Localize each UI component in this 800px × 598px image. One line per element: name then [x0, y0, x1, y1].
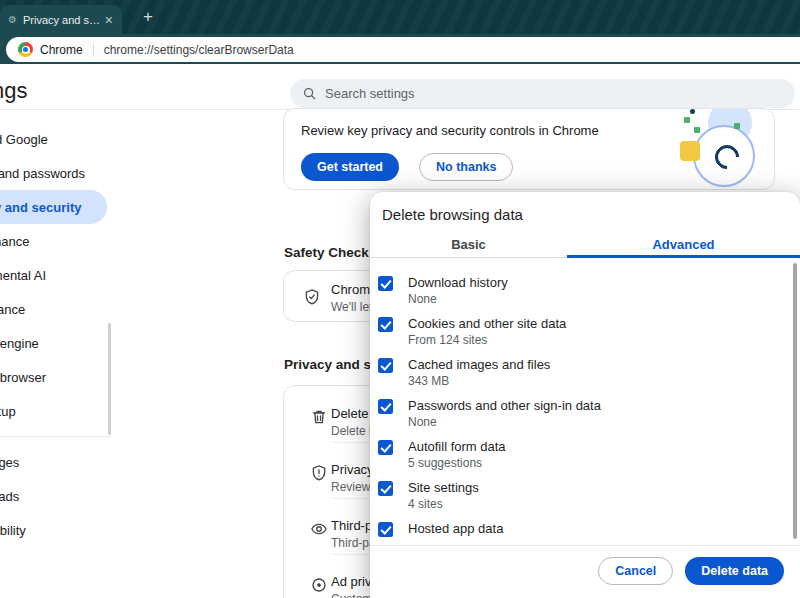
sidebar-divider — [0, 436, 110, 437]
illustration-dot — [694, 127, 700, 133]
checkbox-cached-images[interactable] — [378, 358, 393, 373]
dialog-footer: Cancel Delete data — [370, 545, 800, 598]
dialog-title: Delete browsing data — [382, 206, 523, 223]
sidebar-item-experimental-ai[interactable]: Experimental AI — [0, 258, 107, 292]
checkbox-passwords[interactable] — [378, 399, 393, 414]
ads-icon — [310, 576, 328, 598]
tab-close-icon[interactable]: × — [102, 13, 116, 27]
promo-text: Review key privacy and security controls… — [301, 123, 599, 138]
cancel-button[interactable]: Cancel — [598, 557, 673, 585]
delete-browsing-data-dialog: Delete browsing data Basic Advanced Down… — [370, 192, 800, 598]
url-text: chrome://settings/clearBrowserData — [104, 43, 294, 57]
privacy-guide-illustration — [638, 109, 768, 189]
sidebar-item-default-browser[interactable]: Default browser — [0, 360, 107, 394]
browser-window: ⚙ Privacy and security × + Chrome chrome… — [0, 0, 800, 598]
privacy-guide-icon — [310, 464, 328, 486]
illustration-dot — [690, 109, 695, 114]
checkbox-autofill[interactable] — [378, 440, 393, 455]
privacy-guide-promo-card: Review key privacy and security controls… — [283, 108, 775, 190]
illustration-square — [680, 141, 700, 161]
checkbox-site-settings[interactable] — [378, 481, 393, 496]
row-autofill: Autofill form data 5 suggestions — [370, 433, 800, 474]
row-cached-images: Cached images and files 343 MB — [370, 351, 800, 392]
row-download-history: Download history None — [370, 269, 800, 310]
dialog-scrollbar[interactable] — [793, 263, 797, 539]
settings-favicon-icon: ⚙ — [8, 15, 17, 25]
trash-icon — [310, 408, 328, 430]
sidebar-item-accessibility[interactable]: Accessibility — [0, 513, 107, 547]
sidebar-item-languages[interactable]: Languages — [0, 445, 107, 479]
shield-icon — [303, 288, 321, 310]
checkbox-download-history[interactable] — [378, 276, 393, 291]
checkbox-hosted-app-data[interactable] — [378, 522, 393, 537]
tab-strip: ⚙ Privacy and security × + — [0, 0, 800, 34]
omnibox-separator — [93, 43, 94, 57]
dialog-checklist: Download history None Cookies and other … — [370, 259, 800, 545]
eye-icon — [310, 520, 328, 542]
delete-data-button[interactable]: Delete data — [685, 557, 784, 585]
search-input[interactable] — [325, 86, 795, 101]
safety-check-heading: Safety Check — [284, 245, 369, 260]
settings-search[interactable] — [290, 79, 795, 108]
row-cookies: Cookies and other site data From 124 sit… — [370, 310, 800, 351]
page-title: Settings — [0, 78, 28, 104]
new-tab-icon[interactable]: + — [138, 7, 158, 27]
illustration-dot — [734, 123, 740, 129]
address-bar[interactable]: Chrome chrome://settings/clearBrowserDat… — [6, 37, 800, 62]
sidebar-item-autofill[interactable]: Autofill and passwords — [0, 156, 107, 190]
tab-basic[interactable]: Basic — [370, 230, 567, 258]
row-hosted-app-data: Hosted app data — [370, 515, 800, 545]
no-thanks-button[interactable]: No thanks — [419, 153, 513, 181]
sidebar-item-you-and-google[interactable]: You and Google — [0, 122, 107, 156]
browser-tab[interactable]: ⚙ Privacy and security × — [0, 5, 122, 34]
settings-sidebar: You and Google Autofill and passwords Pr… — [0, 122, 110, 547]
sidebar-item-search-engine[interactable]: Search engine — [0, 326, 107, 360]
chrome-logo-icon — [18, 42, 33, 57]
dialog-tabs: Basic Advanced — [370, 230, 800, 258]
get-started-button[interactable]: Get started — [301, 153, 399, 181]
sidebar-scrollbar[interactable] — [108, 323, 111, 435]
url-chip-label: Chrome — [40, 43, 83, 57]
browser-toolbar: Chrome chrome://settings/clearBrowserDat… — [0, 34, 800, 64]
row-site-settings: Site settings 4 sites — [370, 474, 800, 515]
checkbox-cookies[interactable] — [378, 317, 393, 332]
sidebar-item-appearance[interactable]: Appearance — [0, 292, 107, 326]
sidebar-item-on-startup[interactable]: On startup — [0, 394, 107, 428]
sidebar-item-privacy-security[interactable]: Privacy and security — [0, 190, 107, 224]
row-passwords: Passwords and other sign-in data None — [370, 392, 800, 433]
tab-title: Privacy and security — [23, 14, 102, 26]
sidebar-item-performance[interactable]: Performance — [0, 224, 107, 258]
search-icon — [302, 86, 317, 101]
illustration-dot — [684, 117, 690, 123]
tab-advanced[interactable]: Advanced — [567, 230, 800, 258]
sidebar-item-downloads[interactable]: Downloads — [0, 479, 107, 513]
